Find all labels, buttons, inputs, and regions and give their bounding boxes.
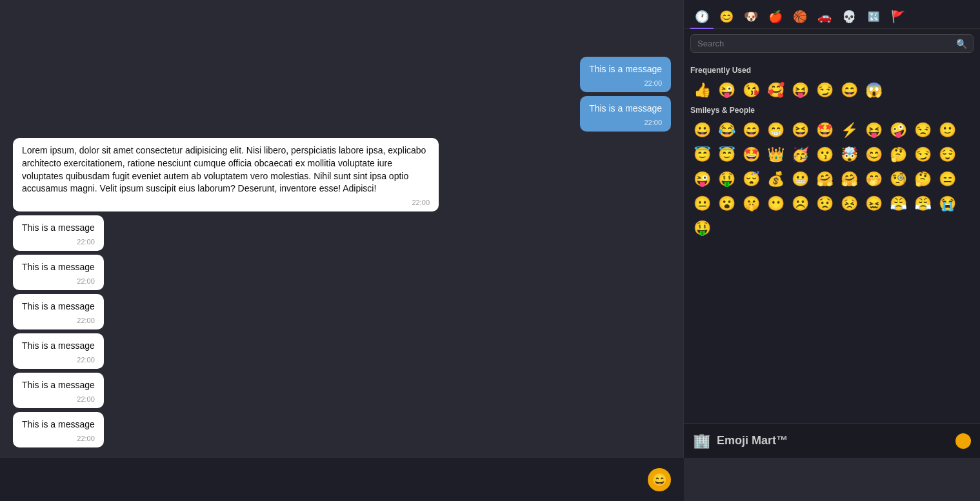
short-message-5: This is a message 22:00 bbox=[13, 412, 104, 447]
emoji-cell[interactable]: 🤩 bbox=[813, 119, 836, 142]
emoji-cell[interactable]: 😣 bbox=[837, 192, 861, 215]
emoji-cell[interactable]: 🙂 bbox=[935, 119, 959, 142]
emoji-cell[interactable]: 🤔 bbox=[911, 168, 934, 191]
emoji-cell[interactable]: 😗 bbox=[813, 143, 836, 166]
emoji-cell[interactable]: 🤩 bbox=[739, 143, 763, 166]
tab-recent[interactable]: 🕐 bbox=[690, 5, 714, 28]
smileys-title: Smileys & People bbox=[690, 106, 974, 115]
long-incoming-message: Lorem ipsum, dolor sit amet consectetur … bbox=[13, 138, 439, 211]
emoji-picker: 🕐 😊 🐶 🍎 🏀 🚗 💀 🔣 🚩 🔍 Frequently Used 👍😜😘🥰… bbox=[683, 0, 980, 458]
emoji-cell[interactable]: 😱 bbox=[862, 79, 885, 102]
emoji-cell[interactable]: 😒 bbox=[911, 119, 934, 142]
emoji-search-wrap: 🔍 bbox=[684, 29, 980, 58]
emoji-cell[interactable]: 😏 bbox=[911, 143, 934, 166]
tab-flags[interactable]: 🚩 bbox=[886, 5, 910, 28]
emoji-cell[interactable]: 🤗 bbox=[837, 168, 861, 191]
emoji-cell[interactable]: 🥳 bbox=[788, 143, 812, 166]
message-input-bar: 😄 bbox=[0, 458, 684, 501]
frequently-used-grid: 👍😜😘🥰😝😏😄😱 bbox=[690, 79, 974, 102]
outgoing-message-1: This is a message 22:00 bbox=[580, 57, 671, 92]
short-message-0: This is a message 22:00 bbox=[13, 215, 104, 251]
emoji-search-input[interactable] bbox=[690, 34, 974, 53]
emoji-cell[interactable]: 🤔 bbox=[886, 143, 910, 166]
emoji-cell[interactable]: 👑 bbox=[764, 143, 787, 166]
tab-animals[interactable]: 🐶 bbox=[739, 5, 763, 28]
emoji-cell[interactable]: 😌 bbox=[935, 143, 959, 166]
emoji-cell[interactable]: 😇 bbox=[690, 143, 714, 166]
emoji-cell[interactable]: 😝 bbox=[862, 119, 885, 142]
emoji-mart-logo: 🏢 bbox=[693, 433, 710, 449]
emoji-cell[interactable]: 💰 bbox=[764, 168, 787, 191]
emoji-cell[interactable]: 😂 bbox=[715, 119, 738, 142]
emoji-cell[interactable]: 😜 bbox=[715, 79, 738, 102]
emoji-cell[interactable]: 😏 bbox=[813, 79, 836, 102]
emoji-cell[interactable]: 🥰 bbox=[764, 79, 787, 102]
smileys-grid: 😀😂😄😁😆🤩⚡😝🤪😒🙂😇😇🤩👑🥳😗🤯😊🤔😏😌😜🤑😴💰😬🤗🤗🤭🧐🤔😑😐😮🤫😶☹️😟… bbox=[690, 119, 974, 240]
emoji-cell[interactable]: 🤑 bbox=[715, 168, 738, 191]
tab-food[interactable]: 🍎 bbox=[764, 5, 787, 28]
emoji-cell[interactable]: 😬 bbox=[788, 168, 812, 191]
emoji-cell[interactable]: 😶 bbox=[764, 192, 787, 215]
emoji-cell[interactable]: 🤭 bbox=[862, 168, 885, 191]
emoji-cell[interactable]: 😤 bbox=[886, 192, 910, 215]
emoji-cell[interactable]: 😐 bbox=[690, 192, 714, 215]
search-icon: 🔍 bbox=[956, 39, 967, 49]
message-input[interactable] bbox=[10, 475, 674, 485]
emoji-cell[interactable]: 😝 bbox=[788, 79, 812, 102]
emoji-cell[interactable]: 😊 bbox=[862, 143, 885, 166]
emoji-cell[interactable]: 😁 bbox=[764, 119, 787, 142]
emoji-cell[interactable]: ⚡ bbox=[837, 119, 861, 142]
chat-area: This is a message 22:00 This is a messag… bbox=[0, 0, 684, 458]
emoji-sections: Frequently Used 👍😜😘🥰😝😏😄😱 Smileys & Peopl… bbox=[684, 58, 980, 423]
outgoing-message-2: This is a message 22:00 bbox=[580, 96, 671, 132]
emoji-cell[interactable]: 😟 bbox=[813, 192, 836, 215]
emoji-cell[interactable]: 😇 bbox=[715, 143, 738, 166]
emoji-cell[interactable]: 🤯 bbox=[837, 143, 861, 166]
emoji-cell[interactable]: 😴 bbox=[739, 168, 763, 191]
emoji-button[interactable]: 😄 bbox=[648, 468, 671, 491]
emoji-cell[interactable]: 😄 bbox=[837, 79, 861, 102]
emoji-tabs: 🕐 😊 🐶 🍎 🏀 🚗 💀 🔣 🚩 bbox=[684, 0, 980, 29]
emoji-cell[interactable]: 😖 bbox=[862, 192, 885, 215]
emoji-cell[interactable]: 🧐 bbox=[886, 168, 910, 191]
emoji-cell[interactable]: 😭 bbox=[935, 192, 959, 215]
emoji-cell[interactable]: 😄 bbox=[739, 119, 763, 142]
emoji-cell[interactable]: 😆 bbox=[788, 119, 812, 142]
tab-symbols[interactable]: 🔣 bbox=[862, 5, 885, 28]
emoji-footer: 🏢 Emoji Mart™ bbox=[684, 423, 980, 458]
short-message-3: This is a message 22:00 bbox=[13, 333, 104, 369]
short-message-2: This is a message 22:00 bbox=[13, 294, 104, 329]
tab-objects[interactable]: 💀 bbox=[837, 5, 861, 28]
emoji-cell[interactable]: 🤪 bbox=[886, 119, 910, 142]
emoji-mart-name: Emoji Mart™ bbox=[717, 434, 788, 447]
tab-smileys[interactable]: 😊 bbox=[715, 5, 738, 28]
emoji-cell[interactable]: 😑 bbox=[935, 168, 959, 191]
emoji-cell[interactable]: 🤑 bbox=[690, 217, 714, 240]
short-message-1: This is a message 22:00 bbox=[13, 255, 104, 290]
tab-travel[interactable]: 🚗 bbox=[813, 5, 836, 28]
frequently-used-title: Frequently Used bbox=[690, 66, 974, 75]
emoji-cell[interactable]: 🤫 bbox=[739, 192, 763, 215]
emoji-cell[interactable]: 🤗 bbox=[813, 168, 836, 191]
emoji-cell[interactable]: 😮 bbox=[715, 192, 738, 215]
emoji-footer-dot bbox=[955, 433, 971, 449]
emoji-cell[interactable]: 😘 bbox=[739, 79, 763, 102]
emoji-cell[interactable]: ☹️ bbox=[788, 192, 812, 215]
emoji-cell[interactable]: 😜 bbox=[690, 168, 714, 191]
emoji-cell[interactable]: 👍 bbox=[690, 79, 714, 102]
short-message-4: This is a message 22:00 bbox=[13, 373, 104, 408]
tab-activities[interactable]: 🏀 bbox=[788, 5, 812, 28]
emoji-cell[interactable]: 😀 bbox=[690, 119, 714, 142]
emoji-cell[interactable]: 😤 bbox=[911, 192, 934, 215]
